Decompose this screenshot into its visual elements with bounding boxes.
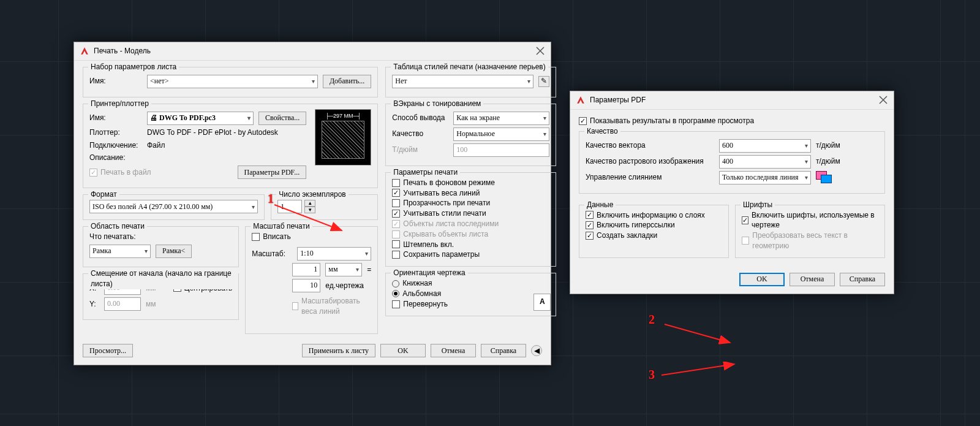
expand-dialog-icon[interactable]: ◀ (531, 345, 542, 356)
annotation-2: 2 (649, 313, 655, 327)
vector-quality-select[interactable]: 600▾ (719, 139, 811, 153)
group-legend: ВЭкраны с тонированием (391, 99, 483, 109)
dpi-label: т/дюйм (816, 140, 840, 151)
hyperlinks-checkbox[interactable]: Включить гиперссылки (586, 220, 722, 230)
orientation-group: Ориентация чертежа Книжная Альбомная Пер… (385, 273, 556, 316)
scale-select[interactable]: 1:10▾ (297, 247, 371, 261)
group-legend: Параметры печати (391, 167, 460, 178)
offset-y-input[interactable] (104, 297, 141, 311)
background-plot-checkbox[interactable]: Печать в фоновом режиме (392, 178, 549, 188)
close-icon[interactable] (536, 47, 545, 55)
svg-line-1 (665, 324, 730, 343)
plot-style-select[interactable]: Нет▾ (392, 75, 533, 88)
plot-style-table-group: Таблица стилей печати (назначение перьев… (385, 67, 556, 97)
portrait-radio[interactable]: Книжная (392, 278, 549, 289)
cancel-button[interactable]: Отмена (790, 273, 835, 286)
ok-button[interactable]: OK (380, 344, 426, 357)
copies-down-button[interactable]: ▼ (304, 207, 315, 213)
save-params-checkbox[interactable]: Сохранить параметры (392, 249, 549, 260)
annotation-arrow-2 (662, 318, 735, 349)
window-select-button[interactable]: Рамка< (156, 245, 192, 258)
what-to-plot-select[interactable]: Рамка▾ (89, 245, 151, 258)
orientation-preview-icon: A (533, 294, 551, 311)
group-legend: Ориентация чертежа (391, 268, 467, 278)
unit-mm: мм (146, 299, 156, 310)
group-legend: Принтер/плоттер (88, 99, 151, 109)
apply-to-layout-button[interactable]: Применить к листу (302, 344, 375, 357)
scale-unit-select[interactable]: мм▾ (325, 263, 362, 276)
fonts-group: Шрифты Включить шрифты, используемые в ч… (735, 205, 885, 258)
close-icon[interactable] (879, 96, 888, 104)
shade-quality-label: Качество (392, 129, 448, 139)
copies-up-button[interactable]: ▲ (304, 200, 315, 207)
show-in-viewer-checkbox[interactable]: Показывать результаты в программе просмо… (579, 116, 885, 126)
shade-mode-label: Способ вывода (392, 113, 448, 123)
bookmarks-checkbox[interactable]: Создать закладки (586, 230, 722, 241)
annotation-arrow-3 (658, 362, 738, 380)
paper-size-select[interactable]: ISO без полей A4 (297.00 x 210.00 мм)▾ (89, 200, 258, 213)
copies-group: Число экземпляров ▲ ▼ (271, 194, 378, 220)
stamp-on-checkbox[interactable]: Штемпель вкл. (392, 240, 549, 250)
shaded-viewport-group: ВЭкраны с тонированием Способ вывода Как… (385, 104, 556, 166)
paperspace-last-checkbox: Объекты листа последними (392, 219, 549, 229)
plot-options-group: Параметры печати Печать в фоновом режиме… (385, 172, 556, 267)
preview-button[interactable]: Просмотр... (83, 344, 133, 357)
help-button[interactable]: Справка (481, 344, 526, 357)
ok-button[interactable]: OK (739, 273, 785, 286)
dpi-label: т/дюйм (816, 156, 840, 167)
vector-quality-label: Качество вектора (586, 140, 714, 151)
dialog-title: Печать - Модель (94, 46, 151, 56)
dialog-title: Параметры PDF (590, 95, 646, 105)
printer-icon: 🖨 (150, 113, 157, 122)
scale-paper-input[interactable] (292, 263, 320, 276)
svg-line-2 (662, 364, 734, 375)
printer-plotter-group: Принтер/плоттер Имя: 🖨 DWG To PDF.pc3▾ С… (83, 104, 378, 188)
page-setup-name-select[interactable]: <нет>▾ (147, 75, 318, 88)
equals-sign: = (367, 265, 371, 275)
y-label: Y: (89, 299, 99, 310)
printer-name-select[interactable]: 🖨 DWG To PDF.pc3▾ (147, 112, 254, 125)
landscape-radio[interactable]: Альбомная (392, 289, 549, 299)
description-label: Описание: (89, 153, 142, 163)
merge-control-select[interactable]: Только последняя линия▾ (719, 171, 811, 184)
page-setup-group: Набор параметров листа Имя: <нет>▾ Добав… (83, 67, 378, 97)
group-legend: Таблица стилей печати (назначение перьев… (391, 62, 548, 72)
help-button[interactable]: Справка (840, 273, 885, 286)
raster-quality-select[interactable]: 400▾ (719, 155, 811, 169)
scale-drawing-input[interactable] (292, 279, 320, 292)
pdf-options-dialog: Параметры PDF Показывать результаты в пр… (570, 91, 894, 294)
include-fonts-checkbox[interactable]: Включить шрифты, используемые в чертеже (742, 210, 878, 231)
group-legend: Масштаб печати (251, 221, 312, 232)
plot-styles-checkbox[interactable]: Учитывать стили печати (392, 208, 549, 219)
printer-name-label: Имя: (89, 113, 142, 123)
what-to-plot-label: Что печатать: (89, 232, 232, 242)
layer-info-checkbox[interactable]: Включить информацию о слоях (586, 210, 722, 221)
text-to-geometry-checkbox: Преобразовать весь текст в геометрию (742, 230, 878, 251)
shade-quality-select[interactable]: Нормальное▾ (453, 127, 549, 141)
add-page-setup-button[interactable]: Добавить... (323, 75, 371, 88)
group-legend: Набор параметров листа (88, 62, 179, 72)
merge-preview-icon (816, 171, 833, 184)
plot-lineweights-checkbox[interactable]: Учитывать веса линий (392, 188, 549, 199)
annotation-3: 3 (649, 368, 655, 382)
fit-to-paper-checkbox[interactable]: Вписать (252, 232, 371, 242)
printer-properties-button[interactable]: Свойства... (258, 112, 306, 125)
drawing-units-label: ед.чертежа (325, 281, 364, 291)
cancel-button[interactable]: Отмена (431, 344, 476, 357)
plot-dialog: Печать - Модель Набор параметров листа И… (74, 42, 551, 365)
edit-style-icon[interactable]: ✎ (538, 76, 549, 87)
copies-input[interactable] (277, 200, 302, 213)
scale-lineweights-checkbox: Масштабировать веса линий (292, 296, 371, 317)
plot-to-file-checkbox: Печать в файл (89, 167, 151, 178)
title-bar: Печать - Модель (74, 42, 551, 61)
plot-transparency-checkbox[interactable]: Прозрачность при печати (392, 198, 549, 208)
pdf-options-button[interactable]: Параметры PDF... (238, 165, 307, 179)
shade-mode-select[interactable]: Как на экране▾ (453, 112, 549, 125)
group-legend: Качество (584, 126, 620, 137)
merge-control-label: Управление слиянием (586, 172, 714, 183)
dpi-label: Т/дюйм (392, 145, 448, 155)
paper-size-group: Формат ISO без полей A4 (297.00 x 210.00… (83, 194, 265, 220)
upside-down-checkbox[interactable]: Перевернуть (392, 299, 549, 310)
group-legend: Смещение от начала (начало на границе ли… (88, 268, 238, 289)
group-legend: Формат (88, 189, 119, 200)
